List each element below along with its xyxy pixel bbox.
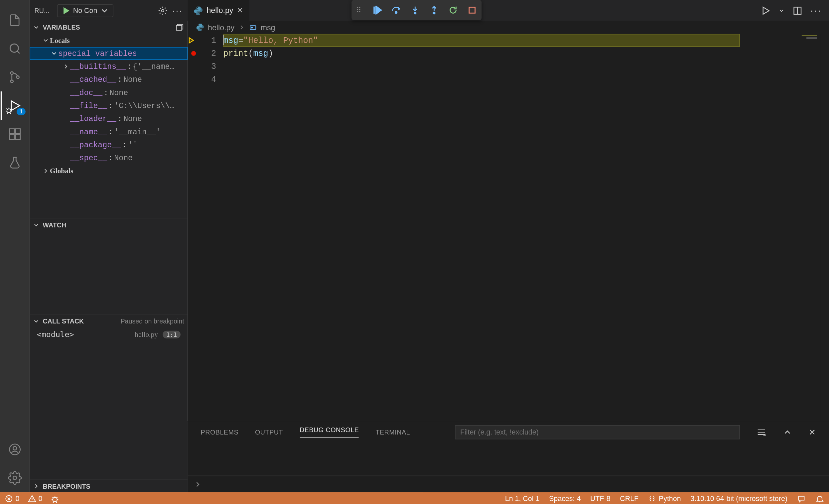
callstack-state: Paused on breakpoint (120, 318, 184, 324)
code-editor[interactable]: 1 2 3 4 msg = "Hello, Python" print(msg) (187, 34, 829, 421)
var-loader[interactable]: __loader__:None (30, 112, 187, 125)
panel-tab-terminal[interactable]: TERMINAL (375, 428, 410, 435)
text-cursor (223, 35, 224, 45)
explorer-icon[interactable] (1, 6, 29, 35)
close-panel-icon[interactable]: ✕ (809, 427, 816, 437)
start-debug-icon (61, 6, 71, 15)
status-language[interactable]: Python (648, 495, 681, 503)
status-bar: 0 0 Ln 1, Col 1 Spaces: 4 UTF-8 CRLF Pyt… (0, 492, 829, 504)
status-encoding[interactable]: UTF-8 (590, 495, 611, 503)
continue-icon[interactable] (372, 5, 382, 15)
debug-config-dropdown[interactable]: No Con (57, 4, 113, 17)
svg-rect-5 (10, 129, 14, 134)
status-errors[interactable]: 0 (5, 495, 19, 503)
debug-toolbar[interactable]: ⠿ (352, 0, 481, 20)
collapse-all-icon[interactable] (175, 23, 184, 32)
source-control-icon[interactable] (1, 63, 29, 92)
svg-point-10 (13, 446, 16, 450)
debug-sidebar: RU... No Con ··· VARIABLES Locals (30, 0, 187, 492)
breakpoints-section-header[interactable]: BREAKPOINTS (30, 479, 187, 492)
svg-point-14 (395, 12, 397, 13)
code-line-3[interactable] (223, 60, 829, 73)
status-warnings[interactable]: 0 (28, 495, 42, 503)
bottom-panel: PROBLEMS OUTPUT DEBUG CONSOLE TERMINAL ✕ (187, 421, 829, 492)
code-line-2[interactable]: print(msg) (223, 47, 829, 60)
split-editor-icon[interactable] (792, 6, 802, 15)
svg-point-20 (251, 27, 252, 28)
debug-badge: 1 (16, 108, 26, 115)
run-file-icon[interactable] (760, 6, 770, 15)
var-doc[interactable]: __doc__:None (30, 86, 187, 99)
activity-bar: 1 (0, 0, 30, 492)
svg-point-0 (10, 44, 18, 52)
feedback-icon[interactable] (797, 494, 806, 503)
breadcrumb[interactable]: hello.py msg (187, 21, 829, 34)
var-name[interactable]: __name__:'__main__' (30, 125, 187, 138)
gear-icon[interactable] (158, 6, 168, 15)
more-icon[interactable]: ··· (172, 6, 183, 15)
var-spec[interactable]: __spec__:None (30, 151, 187, 164)
status-interpreter[interactable]: 3.10.10 64-bit (microsoft store) (690, 495, 787, 503)
debug-console-filter[interactable] (455, 425, 740, 439)
editor-scrollbar[interactable] (821, 34, 829, 421)
python-file-icon (196, 23, 204, 32)
svg-rect-17 (469, 7, 475, 13)
svg-point-16 (433, 12, 435, 14)
extensions-icon[interactable] (1, 120, 29, 149)
step-out-icon[interactable] (429, 5, 439, 15)
status-ln-col[interactable]: Ln 1, Col 1 (505, 495, 540, 503)
svg-rect-8 (15, 129, 20, 134)
code-line-1[interactable]: msg = "Hello, Python" (223, 34, 740, 47)
watch-section-header[interactable]: WATCH (30, 218, 187, 231)
drag-handle-icon[interactable]: ⠿ (356, 6, 363, 14)
tab-hello-py[interactable]: hello.py ✕ (187, 0, 250, 21)
editor-area: hello.py ✕ ⠿ ··· (187, 0, 829, 492)
status-eol[interactable]: CRLF (620, 495, 639, 503)
minimap[interactable] (767, 34, 821, 421)
var-package[interactable]: __package__:'' (30, 138, 187, 151)
search-icon[interactable] (1, 35, 29, 63)
scope-locals[interactable]: Locals (30, 34, 187, 47)
step-over-icon[interactable] (391, 5, 401, 15)
var-builtins[interactable]: __builtins__:{'__name… (30, 60, 187, 73)
run-dropdown-icon[interactable] (779, 7, 785, 13)
notifications-icon[interactable] (815, 494, 824, 503)
step-into-icon[interactable] (410, 5, 420, 15)
more-actions-icon[interactable]: ··· (810, 5, 822, 15)
settings-gear-icon[interactable] (1, 464, 29, 492)
panel-tab-output[interactable]: OUTPUT (255, 428, 283, 435)
callstack-frame[interactable]: <module> hello.py 1:1 (30, 327, 187, 341)
variables-section-header[interactable]: VARIABLES (30, 21, 187, 34)
debug-console-input[interactable] (187, 475, 829, 492)
breakpoint-icon[interactable] (191, 51, 196, 56)
status-spaces[interactable]: Spaces: 4 (549, 495, 581, 503)
accounts-icon[interactable] (1, 435, 29, 464)
stop-icon[interactable] (467, 5, 477, 15)
code-line-4[interactable] (223, 73, 829, 86)
scope-special-variables[interactable]: special variables (30, 47, 187, 60)
svg-point-12 (161, 9, 164, 12)
scope-globals[interactable]: Globals (30, 165, 187, 178)
sidebar-title: RU... (35, 7, 53, 14)
svg-point-22 (53, 497, 57, 501)
svg-rect-19 (250, 26, 256, 29)
clear-console-icon[interactable] (757, 427, 766, 437)
python-file-icon (193, 6, 203, 15)
var-file[interactable]: __file__:'C:\\Users\\… (30, 99, 187, 112)
svg-rect-6 (10, 135, 14, 139)
svg-point-1 (11, 72, 13, 74)
panel-tab-problems[interactable]: PROBLEMS (201, 428, 239, 435)
svg-rect-7 (15, 135, 20, 139)
callstack-section-header[interactable]: CALL STACK Paused on breakpoint (30, 314, 187, 327)
testing-icon[interactable] (1, 148, 29, 177)
svg-point-4 (7, 109, 11, 113)
status-debug-indicator[interactable] (50, 494, 60, 503)
run-debug-icon[interactable]: 1 (1, 92, 29, 120)
svg-point-11 (13, 476, 16, 480)
restart-icon[interactable] (448, 5, 458, 15)
variable-symbol-icon (249, 23, 257, 32)
maximize-panel-icon[interactable] (783, 427, 792, 437)
close-tab-icon[interactable]: ✕ (237, 6, 243, 15)
panel-tab-debug-console[interactable]: DEBUG CONSOLE (300, 426, 359, 437)
var-cached[interactable]: __cached__:None (30, 73, 187, 86)
